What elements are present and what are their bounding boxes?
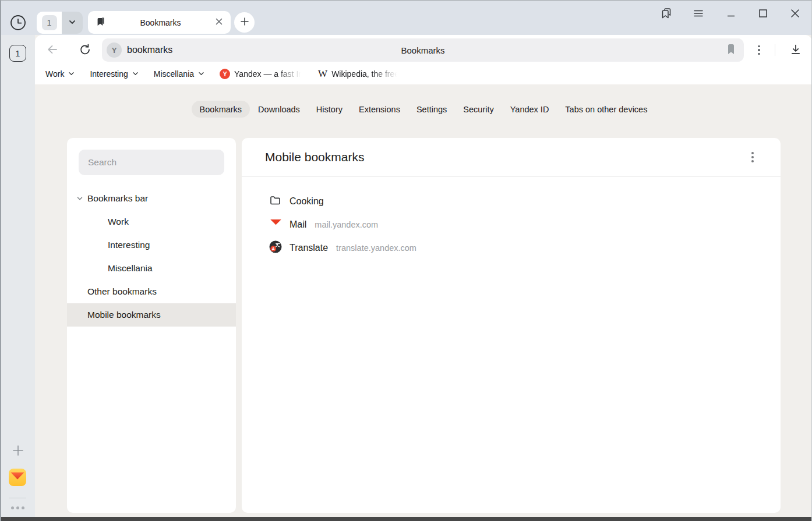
bookmarks-bar-item-miscellania[interactable]: Miscellania xyxy=(154,69,204,79)
tree-item-work[interactable]: Work xyxy=(67,210,236,233)
close-window-button[interactable] xyxy=(785,4,805,24)
tab-security[interactable]: Security xyxy=(455,101,502,118)
bookmarks-list-panel: Mobile bookmarks Cooking Mail mail.yande… xyxy=(242,138,781,513)
sidebar-tab-counter-button[interactable]: 1 xyxy=(9,45,26,62)
yandex-translate-icon: A xyxy=(269,240,283,256)
side-panel: 1 xyxy=(0,35,35,517)
yandex-favicon-icon: Y xyxy=(220,69,230,79)
kebab-dot xyxy=(751,152,754,154)
list-menu-button[interactable] xyxy=(744,149,761,165)
bookmark-flag-icon xyxy=(726,44,736,57)
chevron-down-icon xyxy=(68,69,75,79)
ellipsis-dot xyxy=(22,506,24,509)
plus-icon xyxy=(11,444,25,459)
address-bar[interactable]: Y bookmarks Bookmarks xyxy=(102,38,744,62)
bookmark-favicon: Y xyxy=(220,69,230,79)
chevron-down-icon xyxy=(198,69,204,79)
svg-text:A: A xyxy=(271,246,275,251)
bookmark-label: Wikipedia, the free xyxy=(331,69,399,79)
bookmark-row-translate[interactable]: A Translate translate.yandex.com xyxy=(242,236,781,260)
nav-tab-label: History xyxy=(316,105,343,114)
bookmark-this-page-button[interactable] xyxy=(726,44,736,57)
tab-group: 1 xyxy=(37,12,83,34)
ellipsis-dot xyxy=(16,506,19,509)
tab-bookmarks[interactable]: Bookmarks xyxy=(192,101,250,118)
browser-toolbar: Y bookmarks Bookmarks xyxy=(35,35,812,65)
tree-item-label: Interesting xyxy=(108,240,150,250)
downloads-button[interactable] xyxy=(786,41,806,59)
bookmarks-bar: Work Interesting Miscellania Y Yandex — … xyxy=(35,65,812,84)
reload-icon xyxy=(79,43,91,58)
bookmark-row-mail[interactable]: Mail mail.yandex.com xyxy=(242,213,781,236)
bookmarks-bar-item-yandex-a-fast-in[interactable]: Y Yandex — a fast In xyxy=(220,69,303,79)
chevron-down-icon xyxy=(68,18,76,28)
tree-item-miscellania[interactable]: Miscellania xyxy=(67,257,236,280)
sidebar-add-button[interactable] xyxy=(10,444,26,459)
chevron-down-icon xyxy=(132,69,139,79)
folder-icon xyxy=(269,194,282,209)
folder-tree: Bookmarks bar Work Interesting Miscellan… xyxy=(67,187,236,327)
nav-tab-label: Settings xyxy=(416,105,447,114)
history-clock-button[interactable] xyxy=(9,15,27,32)
tree-item-bookmarks-bar[interactable]: Bookmarks bar xyxy=(67,187,236,210)
tree-item-label: Miscellania xyxy=(108,263,153,274)
nav-tab-label: Extensions xyxy=(359,105,400,114)
page-title: Bookmarks xyxy=(102,45,744,55)
window-titlebar: 1 Bookmarks xyxy=(0,0,812,35)
back-arrow-icon xyxy=(46,43,59,58)
back-button[interactable] xyxy=(43,41,62,59)
tab-downloads[interactable]: Downloads xyxy=(250,101,308,118)
bookmarks-bar-item-work[interactable]: Work xyxy=(45,69,75,79)
bookmark-url: translate.yandex.com xyxy=(336,243,416,253)
toolbar-divider xyxy=(775,44,775,56)
manager-nav-tabs: BookmarksDownloadsHistoryExtensionsSetti… xyxy=(35,101,812,118)
bookmark-title: Cooking xyxy=(290,196,324,207)
close-tab-button[interactable] xyxy=(215,17,223,27)
tab-group-button[interactable]: 1 xyxy=(37,12,62,34)
yandex-mail-app-button[interactable] xyxy=(9,469,26,487)
bookmarks-flags-icon xyxy=(659,6,674,23)
bookmarks-bar-item-wikipedia-the-free[interactable]: W Wikipedia, the free xyxy=(318,69,399,79)
maximize-button[interactable] xyxy=(753,4,773,24)
tab-extensions[interactable]: Extensions xyxy=(351,101,408,118)
site-favicon-icon: Y xyxy=(107,42,122,58)
tree-item-interesting[interactable]: Interesting xyxy=(67,233,236,257)
sidebar-divider xyxy=(9,498,26,498)
bookmark-title: Translate xyxy=(290,243,328,253)
bookmarks-manager-page: BookmarksDownloadsHistoryExtensionsSetti… xyxy=(35,84,812,517)
nav-tab-label: Downloads xyxy=(258,105,300,114)
yandex-translate-icon: A xyxy=(269,240,282,256)
address-bar-menu-button[interactable] xyxy=(751,42,767,58)
download-icon xyxy=(789,43,802,58)
bookmarks-list: Cooking Mail mail.yandex.com A Translate… xyxy=(242,177,781,260)
kebab-dot xyxy=(751,156,754,158)
tab-settings[interactable]: Settings xyxy=(408,101,455,118)
tree-item-label: Bookmarks bar xyxy=(87,193,148,204)
bookmark-row-cooking[interactable]: Cooking xyxy=(242,190,781,213)
yandex-mail-app-icon xyxy=(9,469,26,488)
hamburger-menu-icon xyxy=(693,8,704,21)
tab-history[interactable]: History xyxy=(308,101,351,118)
reload-button[interactable] xyxy=(76,41,94,59)
tree-item-other-bookmarks[interactable]: Other bookmarks xyxy=(67,280,236,303)
tab-yandex-id[interactable]: Yandex ID xyxy=(502,101,557,118)
bookmarks-bar-item-interesting[interactable]: Interesting xyxy=(90,69,138,79)
yandex-mail-icon xyxy=(269,219,283,231)
new-tab-button[interactable] xyxy=(234,12,255,33)
tab-group-dropdown-button[interactable] xyxy=(62,12,83,34)
kebab-dot xyxy=(758,53,760,55)
bookmarks-panel-button[interactable] xyxy=(656,4,676,24)
tree-item-mobile-bookmarks[interactable]: Mobile bookmarks xyxy=(67,303,236,327)
browser-menu-button[interactable] xyxy=(689,4,708,24)
tree-item-label: Other bookmarks xyxy=(87,286,157,297)
tab-group-count-badge: 1 xyxy=(42,15,57,30)
minimize-button[interactable] xyxy=(721,4,741,24)
sidebar-more-button[interactable] xyxy=(8,502,27,513)
bottom-window-edge xyxy=(0,517,812,521)
bookmark-label: Work xyxy=(45,69,64,79)
tab-bookmark-icon xyxy=(96,16,106,29)
search-input[interactable] xyxy=(79,150,224,175)
active-tab[interactable]: Bookmarks xyxy=(88,11,231,34)
close-icon xyxy=(789,8,801,21)
tab-tabs-on-other-devices[interactable]: Tabs on other devices xyxy=(557,101,655,118)
